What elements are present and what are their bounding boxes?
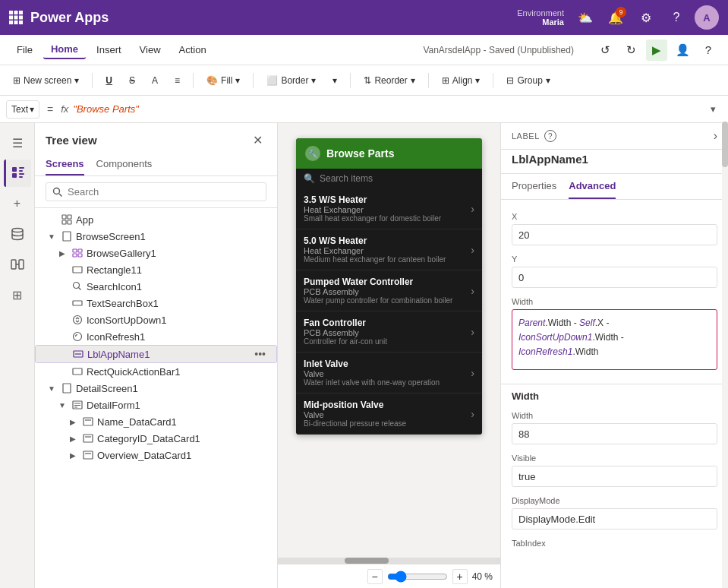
fill-btn[interactable]: 🎨 Fill ▾	[200, 71, 247, 90]
tree-item-rectangle11[interactable]: Rectangle11	[35, 261, 277, 278]
notification-icon[interactable]: 🔔 9	[604, 5, 628, 30]
list-item[interactable]: Fan Controller PCB Assembly Controller f…	[296, 311, 482, 352]
app-title: Power Apps	[30, 10, 109, 26]
tree-item-iconrefresh1[interactable]: IconRefresh1	[35, 328, 277, 345]
undo-icon[interactable]: ↺	[594, 40, 616, 61]
svg-rect-23	[63, 232, 71, 241]
left-icon-components[interactable]: ⊞	[4, 281, 31, 308]
list-item[interactable]: Mid-position Valve Valve Bi-directional …	[296, 394, 482, 435]
menu-view[interactable]: View	[132, 41, 169, 58]
left-icon-data[interactable]	[4, 220, 31, 248]
props-expand-btn[interactable]: ›	[714, 129, 717, 143]
list-item[interactable]: Inlet Valve Valve Water inlet valve with…	[296, 352, 482, 394]
prop-displaymode-row: DisplayMode	[512, 496, 717, 530]
zoom-in-btn[interactable]: +	[452, 569, 468, 584]
textsearchbox1-icon	[71, 297, 84, 309]
props-tab-properties[interactable]: Properties	[512, 174, 556, 199]
divider-4	[350, 73, 351, 88]
group-btn[interactable]: ⊟ Group ▾	[500, 71, 556, 90]
menu-insert[interactable]: Insert	[89, 41, 129, 58]
tree-item-categoryid-datacard1[interactable]: ▶ CategoryID_DataCard1	[35, 430, 277, 447]
props-help-btn[interactable]: ?	[544, 130, 556, 142]
detailscreen1-icon	[61, 382, 73, 394]
tree-close-btn[interactable]: ✕	[248, 131, 266, 149]
tree-item-searchicon1[interactable]: SearchIcon1	[35, 278, 277, 295]
tab-screens[interactable]: Screens	[46, 153, 84, 175]
tree-item-textsearchbox1[interactable]: TextSearchBox1	[35, 295, 277, 311]
redo-icon[interactable]: ↻	[620, 40, 641, 61]
prop-width-input[interactable]	[512, 423, 717, 444]
reorder-label: Reorder	[374, 75, 407, 86]
cloud-icon[interactable]: ⛅	[573, 5, 597, 30]
zoom-slider[interactable]	[387, 571, 448, 583]
env-label: Environment	[517, 8, 564, 17]
zoom-out-btn[interactable]: −	[367, 569, 383, 584]
tree-item-detailform1[interactable]: ▼ DetailForm1	[35, 397, 277, 413]
avatar[interactable]: A	[695, 5, 719, 30]
prop-visible-input[interactable]	[512, 466, 717, 487]
search-input[interactable]	[68, 186, 260, 198]
tree-item-rectquickactionbar1[interactable]: RectQuickActionBar1	[35, 363, 277, 380]
help-icon[interactable]: ?	[664, 5, 689, 30]
tree-item-name-datacard1[interactable]: ▶ Name_DataCard1	[35, 413, 277, 430]
left-icon-tree[interactable]	[4, 160, 31, 187]
svg-point-18	[54, 188, 60, 194]
prop-width-formula[interactable]: Parent.Width - Self.X - IconSortUpDown1.…	[512, 309, 717, 370]
prop-x-input[interactable]	[512, 224, 717, 245]
property-dropdown[interactable]: Text ▾	[6, 100, 39, 119]
tree-item-app[interactable]: App	[35, 211, 277, 228]
group-icon: ⊟	[506, 75, 514, 86]
left-icon-add[interactable]: +	[4, 190, 31, 217]
border-btn[interactable]: ⬜ Border ▾	[260, 71, 323, 90]
border-label: Border	[281, 75, 308, 86]
list-item[interactable]: Pumped Water Controller PCB Assembly Wat…	[296, 270, 482, 311]
prop-y-input[interactable]	[512, 267, 717, 288]
align-text-btn[interactable]: ≡	[168, 71, 187, 90]
browsegallery1-label: BrowseGallery1	[87, 248, 266, 259]
help-menu-icon[interactable]: ?	[698, 40, 719, 61]
zoom-controls: − + 40 %	[367, 569, 493, 584]
formula-input[interactable]	[73, 103, 699, 115]
menu-action[interactable]: Action	[172, 41, 214, 58]
tab-components[interactable]: Components	[96, 153, 153, 175]
phone-item-text: Pumped Water Controller PCB Assembly Wat…	[304, 277, 471, 305]
tree-item-iconsortupdown1[interactable]: IconSortUpDown1	[35, 311, 277, 328]
prop-displaymode-input[interactable]	[512, 508, 717, 530]
scrollbar-thumb[interactable]	[345, 558, 389, 564]
align-btn[interactable]: ⊞ Align ▾	[435, 71, 487, 90]
strikethrough-btn[interactable]: S	[122, 71, 142, 90]
expand-categoryiddatacard1: ▶	[67, 432, 79, 444]
reorder-btn[interactable]: ⇅ Reorder ▾	[357, 71, 421, 90]
menu-file[interactable]: File	[9, 41, 40, 58]
phone-item-text: 5.0 W/S Heater Heat Exchanger Medium hea…	[304, 236, 471, 264]
underline-btn[interactable]: U	[99, 71, 119, 90]
tree-item-overview-datacard1[interactable]: ▶ Overview_DataCard1	[35, 447, 277, 463]
props-tab-advanced[interactable]: Advanced	[569, 174, 616, 199]
tree-item-detailscreen1[interactable]: ▼ DetailScreen1	[35, 380, 277, 397]
formula-expand-icon[interactable]: ▾	[704, 103, 722, 115]
left-icon-menu[interactable]: ☰	[4, 129, 31, 156]
tree-search	[35, 176, 277, 208]
props-scrollbar-thumb[interactable]	[722, 123, 728, 167]
tree-item-browsescreen1[interactable]: ▼ BrowseScreen1	[35, 228, 277, 245]
play-icon[interactable]: ▶	[646, 40, 667, 61]
list-item[interactable]: 5.0 W/S Heater Heat Exchanger Medium hea…	[296, 229, 482, 270]
settings-icon[interactable]: ⚙	[634, 5, 658, 30]
formula-fx-icon: fx	[61, 103, 68, 115]
border-extra-btn[interactable]: ▾	[326, 71, 344, 90]
font-size-btn[interactable]: A	[145, 71, 165, 90]
menu-home[interactable]: Home	[43, 40, 86, 59]
tree-item-lblappname1[interactable]: LblAppName1 •••	[35, 345, 277, 363]
canvas-scroll[interactable]: 🔧 Browse Parts 🔍 Search items 3.5 W/S He…	[278, 123, 500, 558]
phone-header-icon: 🔧	[305, 146, 320, 161]
expand-overviewdatacard1: ▶	[67, 449, 79, 461]
left-icon-variables[interactable]	[4, 251, 31, 278]
list-item[interactable]: 3.5 W/S Heater Heat Exchanger Small heat…	[296, 188, 482, 229]
waffle-icon[interactable]	[9, 11, 23, 24]
prop-width-row: Width	[512, 411, 717, 444]
tree-item-browsegallery1[interactable]: ▶ BrowseGallery1	[35, 245, 277, 261]
new-screen-btn[interactable]: ⊞ New screen ▾	[6, 71, 86, 90]
item-menu-btn[interactable]: •••	[254, 348, 266, 360]
svg-point-29	[74, 283, 80, 289]
person-plus-icon[interactable]: 👤	[672, 40, 693, 61]
